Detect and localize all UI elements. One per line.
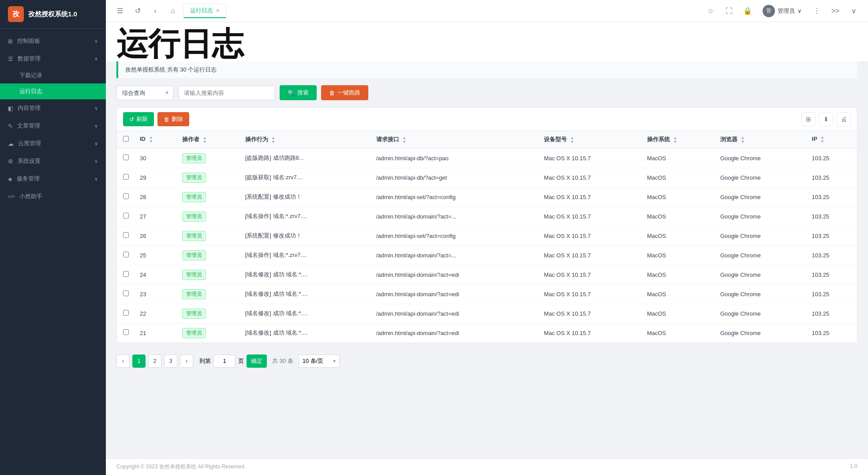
data-table: ID ▲▼ 操作者 ▲▼ 操作行为 ▲▼ 请求接口 ▲▼ 设备型号 ▲▼ 操作系… bbox=[117, 131, 857, 343]
chevron-icon-data: ∧ bbox=[94, 56, 98, 62]
sidebar-item-dashboard[interactable]: ⊞ 控制面板 ∨ bbox=[0, 32, 106, 50]
chevron-icon-cloud: ∨ bbox=[94, 141, 98, 147]
sidebar-label-syssettings: 系统设置 bbox=[18, 157, 41, 165]
filter-select[interactable]: 综合查询 ID查询 操作者查询 操作行为查询 bbox=[116, 86, 174, 100]
sidebar-item-download-records[interactable]: 下载记录 bbox=[0, 68, 106, 83]
row-checkbox[interactable] bbox=[123, 174, 129, 180]
cell-api: /admin.html/api-db/?act=get bbox=[371, 168, 539, 187]
back-btn[interactable]: ‹ bbox=[148, 4, 162, 18]
sidebar-label-content: 内容管理 bbox=[18, 104, 41, 112]
cell-device: Mac OS X 10.15.7 bbox=[539, 245, 642, 265]
sidebar-label-dashboard: 控制面板 bbox=[17, 37, 40, 45]
sidebar-item-data-mgmt[interactable]: ☰ 数据管理 ∧ bbox=[0, 50, 106, 68]
goto-input[interactable] bbox=[213, 354, 236, 368]
article-mgmt-icon: ✎ bbox=[8, 123, 13, 129]
page-btn-2[interactable]: 2 bbox=[148, 354, 161, 368]
user-menu-btn[interactable]: 管 管理员 ∨ bbox=[759, 3, 805, 19]
delete-btn[interactable]: 🗑 删除 bbox=[157, 112, 189, 126]
cell-id: 26 bbox=[135, 226, 177, 245]
cell-ip: 103.25 bbox=[807, 187, 857, 207]
cloud-black-icon: ☁ bbox=[8, 140, 14, 147]
cell-ip: 103.25 bbox=[807, 265, 857, 284]
cell-ip: 103.25 bbox=[807, 168, 857, 187]
refresh-btn[interactable]: ↺ 刷新 bbox=[123, 112, 154, 126]
prev-page-btn[interactable]: ‹ bbox=[116, 354, 130, 368]
collapse-nav-btn[interactable]: ∨ bbox=[847, 4, 861, 18]
sidebar-item-service-mgmt[interactable]: ◈ 服务管理 ∨ bbox=[0, 170, 106, 188]
table-row: 28 管理员 [系统配置] 修改成功！ /admin.html/api-set/… bbox=[117, 187, 857, 207]
more-options-btn[interactable]: ⋮ bbox=[810, 4, 824, 18]
search-input[interactable] bbox=[178, 86, 275, 100]
tab-run-logs[interactable]: 运行日志 ✕ bbox=[183, 4, 226, 18]
fullscreen-btn[interactable]: ⛶ bbox=[722, 4, 736, 18]
row-checkbox[interactable] bbox=[123, 252, 129, 257]
next-page-btn[interactable]: › bbox=[180, 354, 193, 368]
search-icon: 🔍 bbox=[288, 90, 295, 96]
bookmark-btn[interactable]: ☆ bbox=[703, 4, 718, 18]
row-checkbox[interactable] bbox=[123, 310, 129, 316]
page-label: 页 bbox=[238, 357, 244, 365]
cell-action: [盗版跑路] 成功跑路8... bbox=[240, 148, 371, 168]
cell-action: [域名修改] 成功 域名:*.... bbox=[240, 304, 371, 323]
lock-btn[interactable]: 🔒 bbox=[741, 4, 755, 18]
pagination: ‹ 1 2 3 › 到第 页 确定 共 30 条 10 条/页 20 条/页 5… bbox=[106, 350, 868, 368]
delete-all-btn[interactable]: 🗑 一键跑路 bbox=[321, 85, 368, 100]
row-checkbox[interactable] bbox=[123, 290, 129, 296]
row-checkbox[interactable] bbox=[123, 329, 129, 335]
sidebar-nav: ⊞ 控制面板 ∨ ☰ 数据管理 ∧ 下载记录 运行日志 ◧ 内容管理 ∨ bbox=[0, 29, 106, 475]
sidebar-item-system-settings[interactable]: ⚙ 系统设置 ∨ bbox=[0, 152, 106, 170]
select-all-checkbox[interactable] bbox=[123, 136, 129, 142]
table-row: 30 管理员 [盗版跑路] 成功跑路8... /admin.html/api-d… bbox=[117, 148, 857, 168]
refresh-btn-top[interactable]: ↺ bbox=[131, 4, 145, 18]
export-btn[interactable]: ⬇ bbox=[819, 112, 833, 126]
row-checkbox[interactable] bbox=[123, 155, 129, 160]
sidebar-item-content-mgmt[interactable]: ◧ 内容管理 ∨ bbox=[0, 99, 106, 117]
table-row: 29 管理员 [盗版获取] 域名:zrv7.... /admin.html/ap… bbox=[117, 168, 857, 187]
cell-id: 30 bbox=[135, 148, 177, 168]
table-row: 21 管理员 [域名修改] 成功 域名:*.... /admin.html/ap… bbox=[117, 323, 857, 343]
cell-device: Mac OS X 10.15.7 bbox=[539, 207, 642, 226]
row-checkbox[interactable] bbox=[123, 232, 129, 238]
grid-view-btn[interactable]: ⊞ bbox=[801, 112, 816, 126]
page-size-select[interactable]: 10 条/页 20 条/页 50 条/页 100 条/页 bbox=[299, 354, 340, 368]
cell-device: Mac OS X 10.15.7 bbox=[539, 148, 642, 168]
row-checkbox[interactable] bbox=[123, 193, 129, 199]
col-device: 设备型号 ▲▼ bbox=[539, 131, 642, 148]
search-btn[interactable]: 🔍 搜索 bbox=[280, 85, 317, 100]
cell-id: 24 bbox=[135, 265, 177, 284]
cell-ip: 103.25 bbox=[807, 207, 857, 226]
row-checkbox[interactable] bbox=[123, 213, 129, 219]
sidebar-item-article-mgmt[interactable]: ✎ 文章管理 ∨ bbox=[0, 117, 106, 135]
chevron-icon-sys: ∨ bbox=[94, 158, 98, 164]
cell-browser: Google Chrome bbox=[715, 207, 807, 226]
goto-confirm-btn[interactable]: 确定 bbox=[247, 354, 267, 368]
cell-ip: 103.25 bbox=[807, 323, 857, 343]
sidebar-item-run-logs[interactable]: 运行日志 bbox=[0, 83, 106, 99]
cell-operator: 管理员 bbox=[177, 148, 240, 168]
sidebar-item-cloud-black[interactable]: ☁ 云黑管理 ∨ bbox=[0, 135, 106, 152]
cell-operator: 管理员 bbox=[177, 226, 240, 245]
table-area: ↺ 刷新 🗑 删除 ⊞ ⬇ 🖨 bbox=[116, 107, 857, 343]
cell-api: /admin.html/api-db/?act=pao bbox=[371, 148, 539, 168]
home-btn[interactable]: ⌂ bbox=[166, 4, 180, 18]
cell-api: /admin.html/api-domain/?act=edi bbox=[371, 323, 539, 343]
cell-device: Mac OS X 10.15.7 bbox=[539, 284, 642, 304]
tab-close-icon[interactable]: ✕ bbox=[216, 8, 220, 14]
row-checkbox[interactable] bbox=[123, 271, 129, 277]
page-btn-1[interactable]: 1 bbox=[132, 354, 146, 368]
sidebar-toggle-btn[interactable]: ☰ bbox=[113, 4, 127, 18]
col-api: 请求接口 ▲▼ bbox=[371, 131, 539, 148]
cell-ip: 103.25 bbox=[807, 245, 857, 265]
user-chevron-icon: ∨ bbox=[797, 8, 802, 14]
sidebar-label-data-mgmt: 数据管理 bbox=[18, 55, 41, 63]
print-btn[interactable]: 🖨 bbox=[837, 112, 851, 126]
cell-os: MacOS bbox=[642, 245, 715, 265]
table-row: 23 管理员 [域名修改] 成功 域名:*.... /admin.html/ap… bbox=[117, 284, 857, 304]
sidebar-item-helper[interactable]: </> 小然助手 bbox=[0, 188, 106, 205]
main-area: ☰ ↺ ‹ ⌂ 运行日志 ✕ ☆ ⛶ 🔒 管 管理员 ∨ ⋮ >> ∨ bbox=[106, 0, 868, 475]
expand-nav-btn[interactable]: >> bbox=[828, 4, 842, 18]
cell-api: /admin.html/api-domain/?act=... bbox=[371, 245, 539, 265]
cell-device: Mac OS X 10.15.7 bbox=[539, 265, 642, 284]
delete-icon: 🗑 bbox=[164, 116, 169, 123]
page-btn-3[interactable]: 3 bbox=[164, 354, 177, 368]
